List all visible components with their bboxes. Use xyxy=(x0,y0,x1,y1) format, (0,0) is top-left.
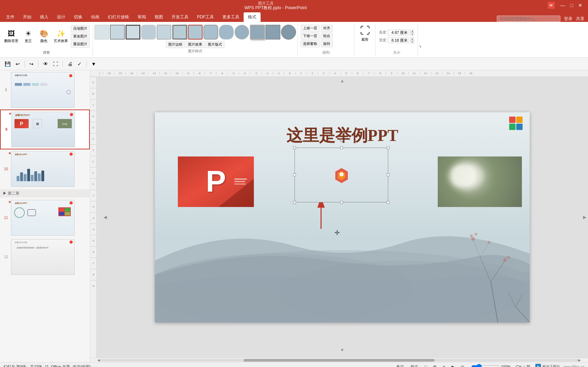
save-btn[interactable]: 💾 xyxy=(3,60,12,68)
pic-layout-btn[interactable]: 图片版式 xyxy=(205,41,225,48)
selection-pane-btn[interactable]: 选择窗格 xyxy=(301,40,320,47)
tab-animations[interactable]: 动画 xyxy=(87,12,104,22)
width-arrows[interactable]: ▲ ▼ xyxy=(410,37,414,43)
group-btn[interactable]: 组合 xyxy=(321,32,333,40)
pic-style-13[interactable] xyxy=(281,25,296,40)
notes-btn[interactable]: 备注 xyxy=(394,363,406,367)
slide-item-10[interactable]: 10 ★ 🔴 放置幻灯片PPT xyxy=(0,149,90,189)
pic-style-2[interactable] xyxy=(110,25,125,40)
handle-mr[interactable] xyxy=(387,173,390,176)
width-down-arrow[interactable]: ▼ xyxy=(410,40,414,43)
tab-file[interactable]: 文件 xyxy=(2,12,19,22)
slide-item-8[interactable]: 8 🔴 放置幻灯片内容 xyxy=(0,70,90,109)
compress-btn[interactable]: 压缩图片 xyxy=(71,25,90,32)
send-back-btn[interactable]: 下移一层 xyxy=(301,32,320,40)
pic-style-12[interactable] xyxy=(266,25,280,40)
pic-style-7[interactable] xyxy=(188,25,203,40)
fullscreen-btn[interactable]: ⛶ xyxy=(51,60,60,68)
slide-panel[interactable]: 8 🔴 放置幻灯片内容 9 ★ 🔴 放置幻灯片PPT xyxy=(0,70,90,362)
handle-br[interactable] xyxy=(387,201,390,204)
pic-style-10[interactable] xyxy=(234,25,249,40)
corrections-btn[interactable]: ☀ 更正 xyxy=(21,28,35,45)
horizontal-scrollbar[interactable]: ◀ ▶ xyxy=(90,358,588,362)
scroll-down-arrow[interactable]: ▼ xyxy=(340,348,344,353)
minimize-btn[interactable]: — xyxy=(558,2,567,9)
handle-tc[interactable] xyxy=(340,146,343,149)
custom-btn[interactable]: ▼ xyxy=(89,60,98,68)
pic-style-1[interactable] xyxy=(94,25,109,40)
remove-bg-btn[interactable]: 🖼 删除背景 xyxy=(3,28,20,45)
scroll-up-arrow[interactable]: ▲ xyxy=(340,78,344,83)
pic-style-3[interactable] xyxy=(126,25,140,40)
reading-view-btn[interactable]: ≡ xyxy=(441,364,447,367)
slideshow-btn[interactable]: ▶ xyxy=(449,364,456,367)
slide-item-9[interactable]: 9 ★ 🔴 放置幻灯片PPT P ⊞ img xyxy=(0,109,90,149)
tab-developer[interactable]: 开发工具 xyxy=(167,12,193,22)
slide-item-11[interactable]: 11 ★ 🔴 放置幻灯片PPT xyxy=(0,198,90,237)
height-down-arrow[interactable]: ▼ xyxy=(410,32,414,36)
reset-pic-btn[interactable]: 重设图片 xyxy=(71,41,90,48)
restore-btn[interactable]: □ xyxy=(568,2,575,9)
width-up-arrow[interactable]: ▲ xyxy=(410,37,414,40)
pic-style-11[interactable] xyxy=(250,25,265,40)
pic-style-9[interactable] xyxy=(219,25,234,40)
pic-effect-btn[interactable]: 图片效果 xyxy=(186,41,205,48)
rotate-btn[interactable]: 旋转 xyxy=(321,40,333,47)
handle-tr[interactable] xyxy=(387,146,390,149)
redo-btn[interactable]: ↪ xyxy=(28,60,35,68)
focus-btn[interactable]: ◎ xyxy=(459,364,466,367)
tab-design[interactable]: 设计 xyxy=(53,12,70,22)
pic-style-5[interactable] xyxy=(157,25,171,40)
preview-btn[interactable]: 👁 xyxy=(41,60,50,68)
tab-format[interactable]: 格式 xyxy=(244,12,261,22)
zoom-slider[interactable] xyxy=(471,364,500,367)
tab-insert[interactable]: 插入 xyxy=(36,12,53,22)
tab-view[interactable]: 视图 xyxy=(150,12,167,22)
scroll-right-btn[interactable]: ▶ xyxy=(578,358,581,362)
pic-style-6[interactable] xyxy=(172,25,187,40)
height-input[interactable] xyxy=(388,30,409,35)
normal-view-btn[interactable]: □ xyxy=(423,364,429,367)
scroll-right-arrow[interactable]: ▶ xyxy=(583,215,586,220)
tab-review[interactable]: 审阅 xyxy=(133,12,150,22)
pic-style-8[interactable] xyxy=(203,25,218,40)
handle-bl[interactable] xyxy=(293,201,296,204)
size-expand-btn[interactable]: ↘ xyxy=(418,43,422,49)
handle-bc[interactable] xyxy=(340,201,343,204)
slide-canvas[interactable]: ▲ xyxy=(97,77,588,358)
spell-btn[interactable]: ✓ xyxy=(76,60,83,68)
slide[interactable]: 这里是举例PPT xyxy=(155,112,530,322)
scroll-track[interactable] xyxy=(100,359,578,362)
pic-border-btn[interactable]: 图片边框 xyxy=(166,41,185,48)
bring-forward-btn[interactable]: 上移一层 xyxy=(301,25,320,32)
color-btn[interactable]: 🎨 颜色 xyxy=(37,28,51,45)
slide-sorter-btn[interactable]: ⊞ xyxy=(431,364,438,367)
selected-image-box[interactable]: ↻ xyxy=(295,148,388,202)
rotate-handle[interactable]: ↻ xyxy=(339,137,344,144)
height-arrows[interactable]: ▲ ▼ xyxy=(410,29,414,36)
width-input[interactable] xyxy=(388,37,409,43)
search-input[interactable] xyxy=(497,16,560,22)
login-btn[interactable]: 登录 xyxy=(564,16,572,22)
change-pic-btn[interactable]: 更改图片 xyxy=(71,33,90,40)
align-btn[interactable]: 对齐 xyxy=(321,25,333,32)
handle-tl[interactable] xyxy=(293,146,296,149)
tab-transitions[interactable]: 切换 xyxy=(70,12,87,22)
tab-slideshow[interactable]: 幻灯片放映 xyxy=(104,12,133,22)
pic-style-4[interactable] xyxy=(141,25,156,40)
print-btn[interactable]: 🖨 xyxy=(66,60,74,68)
tab-pdf[interactable]: PDF工具 xyxy=(193,12,218,22)
tab-more[interactable]: 更多工具 xyxy=(218,12,244,22)
handle-ml[interactable] xyxy=(293,173,296,176)
artistic-btn[interactable]: ✨ 艺术效果 xyxy=(52,28,69,45)
height-up-arrow[interactable]: ▲ xyxy=(410,29,414,32)
tab-home[interactable]: 开始 xyxy=(19,12,36,22)
slide-item-12[interactable]: 12 🔴 放置幻灯片内容 这里是某某某页的内容，这里是内容文字。 xyxy=(0,237,90,277)
comment-btn[interactable]: 批注 xyxy=(408,363,420,367)
ppt-icon[interactable]: P xyxy=(178,156,254,207)
scroll-left-arrow[interactable]: ◀ xyxy=(104,215,107,220)
right-image[interactable] xyxy=(438,156,522,207)
share-btn[interactable]: 共享 xyxy=(576,16,584,22)
crop-btn[interactable]: ⛶ 裁剪 xyxy=(358,23,372,43)
undo-btn[interactable]: ↩ xyxy=(14,60,22,68)
